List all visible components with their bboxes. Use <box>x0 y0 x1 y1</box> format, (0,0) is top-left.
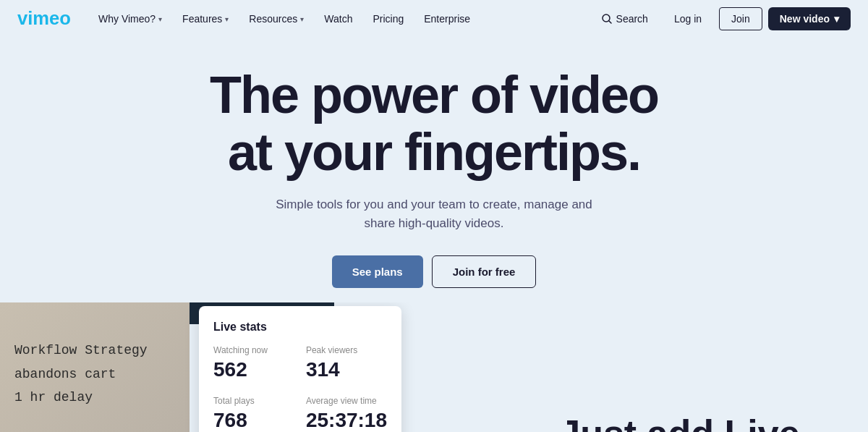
hero-buttons: See plans Join for free <box>332 255 537 288</box>
see-plans-button[interactable]: See plans <box>332 255 423 288</box>
nav-links: Why Vimeo? ▾ Features ▾ Resources ▾ Watc… <box>90 9 593 29</box>
peak-viewers-value: 314 <box>306 358 387 381</box>
video-thumbnail: Workflow Strategy abandons cart 1 hr del… <box>0 302 190 432</box>
hero-section: The power of video at your fingertips. S… <box>0 38 868 302</box>
chevron-down-icon: ▾ <box>158 15 162 23</box>
stats-grid: Watching now 562 Peak viewers 314 Total … <box>213 345 387 432</box>
watching-now-label: Watching now <box>213 345 292 355</box>
watching-now-stat: Watching now 562 <box>213 345 292 381</box>
svg-line-2 <box>609 21 611 23</box>
avg-view-time-value: 25:37:18 <box>306 409 387 432</box>
avg-view-time-stat: Average view time 25:37:18 <box>306 396 387 432</box>
thumbnail-text: Workflow Strategy abandons cart 1 hr del… <box>14 339 175 409</box>
join-for-free-button[interactable]: Join for free <box>432 255 537 288</box>
peak-viewers-stat: Peak viewers 314 <box>306 345 387 381</box>
join-button[interactable]: Join <box>719 7 762 30</box>
chevron-down-icon: ▾ <box>834 13 839 25</box>
navbar: vimeo Why Vimeo? ▾ Features ▾ Resources … <box>0 0 868 38</box>
nav-resources[interactable]: Resources ▾ <box>240 9 312 29</box>
peak-viewers-label: Peak viewers <box>306 345 387 355</box>
nav-why-vimeo[interactable]: Why Vimeo? ▾ <box>90 9 171 29</box>
live-stats-card: Live stats Watching now 562 Peak viewers… <box>199 306 401 432</box>
svg-text:vimeo: vimeo <box>17 9 71 28</box>
logo[interactable]: vimeo <box>17 9 75 29</box>
chevron-down-icon: ▾ <box>225 15 229 23</box>
watching-now-value: 562 <box>213 358 292 381</box>
nav-right: Search Log in Join New video ▾ <box>593 7 851 30</box>
hero-title: The power of video at your fingertips. <box>210 67 658 181</box>
nav-enterprise[interactable]: Enterprise <box>415 9 479 29</box>
avg-view-time-label: Average view time <box>306 396 387 406</box>
total-plays-value: 768 <box>213 409 292 432</box>
bottom-section: Workflow Strategy abandons cart 1 hr del… <box>0 302 868 432</box>
search-button[interactable]: Search <box>593 9 657 29</box>
nav-pricing[interactable]: Pricing <box>364 9 412 29</box>
search-icon <box>602 14 612 24</box>
live-stats-title: Live stats <box>213 321 387 334</box>
new-video-button[interactable]: New video ▾ <box>768 7 851 30</box>
total-plays-stat: Total plays 768 <box>213 396 292 432</box>
hero-subtitle: Simple tools for you and your team to cr… <box>271 195 597 232</box>
chevron-down-icon: ▾ <box>300 15 304 23</box>
total-plays-label: Total plays <box>213 396 292 406</box>
nav-watch[interactable]: Watch <box>315 9 361 29</box>
nav-features[interactable]: Features ▾ <box>174 9 237 29</box>
login-button[interactable]: Log in <box>663 8 713 30</box>
bottom-cta-text: Just add Live. <box>559 413 810 432</box>
